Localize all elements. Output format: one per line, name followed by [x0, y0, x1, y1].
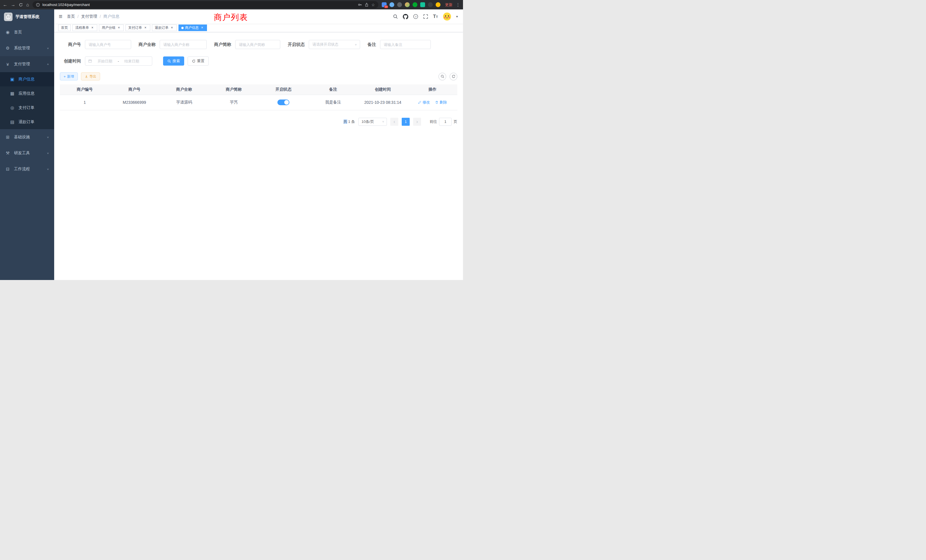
- export-button[interactable]: 导出: [81, 73, 100, 80]
- extension-icon-2[interactable]: [389, 2, 394, 7]
- extension-icon-3[interactable]: [397, 2, 402, 7]
- document-icon: ▤: [10, 120, 15, 125]
- back-button[interactable]: ←: [3, 3, 8, 7]
- search-icon[interactable]: [393, 14, 398, 19]
- extension-icon-4[interactable]: [405, 2, 410, 7]
- sidebar-item-infrastructure[interactable]: ⊞ 基础设施 ∨: [0, 129, 54, 145]
- sidebar-item-label: 应用信息: [18, 91, 35, 96]
- url-text: localhost:1024/pay/merchant: [42, 3, 90, 7]
- share-icon[interactable]: [365, 3, 369, 7]
- filter-label-remark: 备注: [368, 42, 376, 47]
- sidebar-item-payment-order[interactable]: ◎ 支付订单: [0, 101, 54, 115]
- sidebar-item-label: 首页: [14, 30, 22, 35]
- th-merchant-id: 商户编号: [60, 85, 109, 95]
- payment-submenu: ▣ 商户信息 ▦ 应用信息 ◎ 支付订单 ▤ 退款订单: [0, 72, 54, 129]
- grid-icon: ▦: [10, 91, 15, 96]
- tab-merchant-info[interactable]: 商户信息×: [179, 24, 207, 31]
- th-create-time: 创建时间: [358, 85, 408, 95]
- tab-refund-order[interactable]: 退款订单×: [152, 24, 177, 31]
- delete-link[interactable]: 删除: [435, 100, 447, 105]
- chevron-down-icon: ∨: [355, 43, 357, 45]
- sidebar-item-home[interactable]: ◉ 首页: [0, 24, 54, 40]
- browser-update-button[interactable]: 更新: [445, 2, 452, 8]
- search-button[interactable]: 搜索: [163, 56, 184, 65]
- goto-page-input[interactable]: [439, 118, 452, 126]
- close-icon[interactable]: ×: [117, 26, 121, 30]
- next-page-button[interactable]: ›: [413, 118, 421, 126]
- forward-button[interactable]: →: [11, 3, 15, 7]
- sidebar-item-app-info[interactable]: ▦ 应用信息: [0, 86, 54, 101]
- fullscreen-icon[interactable]: [423, 14, 428, 19]
- merchant-no-input[interactable]: [85, 40, 131, 49]
- bookmark-star-icon[interactable]: ☆: [371, 3, 375, 7]
- filter-label-create-time: 创建时间: [63, 59, 81, 64]
- extension-icon-7[interactable]: [428, 2, 433, 7]
- browser-menu-button[interactable]: ⋮: [456, 3, 460, 7]
- status-select[interactable]: 请选择开启状态 ∨: [309, 40, 360, 49]
- short-name-input[interactable]: [235, 40, 280, 49]
- page-size-select[interactable]: 10条/页 ∨: [359, 118, 387, 126]
- sidebar-item-system-management[interactable]: ⚙ 系统管理 ∨: [0, 40, 54, 56]
- chevron-down-icon: ∨: [47, 47, 49, 50]
- filter-row-2: 创建时间 - 搜: [60, 56, 457, 65]
- address-bar[interactable]: localhost:1024/pay/merchant ☆: [32, 1, 378, 8]
- reload-button[interactable]: [19, 3, 23, 7]
- chevron-down-icon: ∨: [47, 168, 49, 171]
- breadcrumb-home[interactable]: 首页: [67, 14, 75, 19]
- font-size-icon[interactable]: TT: [433, 14, 438, 20]
- chevron-down-icon: ∨: [47, 152, 49, 154]
- tab-user-group[interactable]: 用户分组×: [99, 24, 124, 31]
- close-icon[interactable]: ×: [200, 26, 204, 30]
- extension-icon-1[interactable]: 10: [382, 2, 387, 7]
- tab-payment-order[interactable]: 支付订单×: [126, 24, 150, 31]
- active-tab-dot: [181, 27, 184, 29]
- extension-icon-5[interactable]: [413, 2, 418, 7]
- th-actions: 操作: [408, 85, 457, 95]
- table-header-row: 商户编号 商户号 商户全称 商户简称 开启状态 备注 创建时间 操作: [60, 85, 457, 95]
- close-icon[interactable]: ×: [170, 26, 174, 30]
- page-unit-label: 页: [454, 119, 457, 124]
- date-end-input[interactable]: [120, 59, 144, 63]
- edit-link[interactable]: 修改: [418, 100, 430, 105]
- close-icon[interactable]: ×: [144, 26, 147, 30]
- status-toggle[interactable]: [277, 100, 289, 105]
- create-time-range-picker[interactable]: -: [85, 56, 152, 65]
- help-icon[interactable]: ?: [413, 14, 418, 19]
- sidebar-item-payment-management[interactable]: ¥ 支付管理 ∧: [0, 56, 54, 72]
- reset-button[interactable]: 重置: [188, 56, 209, 65]
- sidebar-toggle[interactable]: ≡: [59, 14, 62, 20]
- filter-remark: 备注: [368, 40, 431, 49]
- prev-page-button[interactable]: ‹: [390, 118, 398, 126]
- sidebar-item-refund-order[interactable]: ▤ 退款订单: [0, 115, 54, 129]
- page-button-1[interactable]: 1: [402, 118, 410, 126]
- page-size-value: 10条/页: [362, 119, 374, 124]
- sidebar-item-merchant-info[interactable]: ▣ 商户信息: [0, 72, 54, 86]
- breadcrumb-payment[interactable]: 支付管理: [81, 14, 97, 19]
- full-name-input[interactable]: [160, 40, 207, 49]
- refresh-table-button[interactable]: [449, 73, 457, 80]
- edit-icon: [418, 101, 421, 104]
- close-icon[interactable]: ×: [90, 26, 94, 30]
- site-info-icon[interactable]: [36, 3, 40, 7]
- home-button[interactable]: ⌂: [26, 3, 29, 7]
- toggle-search-button[interactable]: [439, 73, 446, 80]
- breadcrumb-current: 商户信息: [103, 14, 120, 19]
- sidebar-item-label: 基础设施: [14, 135, 30, 140]
- date-start-input[interactable]: [93, 59, 117, 63]
- sidebar-item-workflow[interactable]: ⊟ 工作流程 ∨: [0, 161, 54, 177]
- remark-input[interactable]: [380, 40, 431, 49]
- sidebar-item-dev-tools[interactable]: ⚒ 研发工具 ∨: [0, 145, 54, 161]
- screen: ← → ⌂ localhost:1024/pay/merchant ☆ 10: [0, 0, 463, 280]
- app-logo[interactable]: 芋道管理系统: [0, 9, 54, 24]
- browser-profile-avatar[interactable]: [436, 2, 440, 7]
- user-avatar[interactable]: [443, 12, 451, 21]
- github-icon[interactable]: [403, 14, 408, 20]
- tab-home[interactable]: 首页: [58, 24, 71, 31]
- extension-icon-6[interactable]: [420, 2, 425, 7]
- caret-down-icon[interactable]: ▾: [456, 15, 458, 18]
- filter-label-status: 开启状态: [287, 42, 305, 47]
- password-key-icon[interactable]: [358, 3, 362, 7]
- dashboard-icon: ◉: [5, 30, 10, 35]
- tab-process-form[interactable]: 流程表单×: [73, 24, 97, 31]
- add-button[interactable]: + 新增: [60, 73, 78, 80]
